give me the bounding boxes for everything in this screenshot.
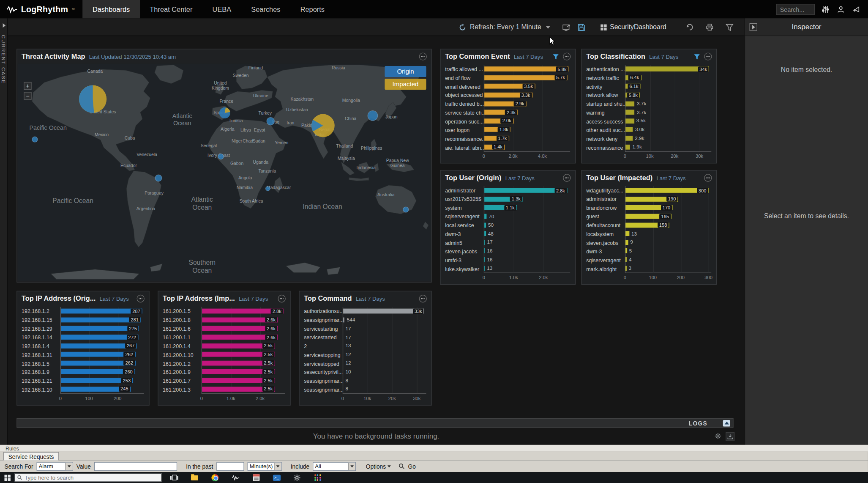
bar[interactable]: 281 [61,317,141,322]
bar[interactable] [484,266,485,271]
bar[interactable]: 1.7k [484,136,509,141]
refresh-interval-dropdown[interactable]: Refresh: Every 1 Minute [470,23,541,31]
bar[interactable] [625,248,627,253]
partial-tab-label[interactable]: Rules [5,445,19,451]
options-dropdown[interactable]: Options [366,463,391,469]
panel-menu-icon[interactable] [419,295,427,302]
tab-threat-center[interactable]: Threat Center [140,0,202,18]
powershell-icon[interactable]: >_ [266,472,287,483]
announcements-icon[interactable] [852,4,862,14]
bar[interactable]: 2.5k [202,361,275,366]
threat-marker-dot[interactable] [267,117,274,125]
tasks-settings-gear-icon[interactable] [715,431,721,442]
global-search-input[interactable] [776,4,815,15]
bar[interactable]: 272 [61,335,138,340]
bar[interactable]: 2.5k [202,387,275,392]
bar[interactable] [625,240,628,245]
bar[interactable]: 287 [61,309,142,314]
tab-reports[interactable]: Reports [290,0,335,18]
legend-origin-button[interactable]: Origin [385,66,426,77]
panel-menu-icon[interactable] [704,52,712,60]
bar[interactable]: 267 [61,343,137,349]
threat-marker-dot[interactable] [218,154,224,159]
panel-menu-icon[interactable] [563,174,570,181]
search-magnifier-icon[interactable] [399,463,404,469]
bar[interactable]: 2.5k [202,378,275,383]
logs-expand-button[interactable] [723,420,730,426]
bar[interactable]: 1.1k [484,205,517,210]
logrhythm-app-icon[interactable] [225,472,246,483]
panel-menu-icon[interactable] [563,52,570,60]
bar[interactable]: 1.8k [484,127,510,132]
value-input[interactable] [94,462,177,471]
panel-menu-icon[interactable] [278,295,286,302]
dashboard-name[interactable]: SecurityDashboard [610,23,666,31]
app-grid-icon[interactable] [307,472,328,483]
bar[interactable]: 165 [625,214,671,219]
bar[interactable] [484,231,486,236]
settings-gear-icon[interactable] [287,472,307,483]
tab-service-requests[interactable]: Service Requests [3,452,59,461]
bar[interactable]: 2.5k [202,369,275,374]
bar[interactable]: 6.1k [625,84,641,89]
bar[interactable]: 2.8k [202,309,284,314]
bar[interactable] [625,118,634,123]
bar[interactable] [625,144,630,149]
bar[interactable] [625,136,633,141]
bar[interactable]: 5.8k [625,93,640,98]
task-view-icon[interactable] [164,472,184,483]
time-amount-input[interactable] [216,462,244,471]
threat-marker-dot[interactable] [403,207,409,212]
bar[interactable] [484,240,485,245]
bar[interactable]: 34k [625,67,709,72]
bar[interactable] [625,110,635,115]
world-map[interactable]: Pacific OceanAtlanticOceanPacific OceanA… [18,64,431,282]
export-dashboard-icon[interactable] [562,22,572,32]
threat-marker-dot[interactable] [265,187,270,191]
app-icon[interactable] [246,472,266,483]
bar[interactable]: 3.5k [484,84,535,89]
bar[interactable]: 158 [625,222,669,228]
time-unit-select[interactable]: Minute(s) [248,462,282,471]
bar[interactable] [484,222,486,228]
user-icon[interactable] [836,4,846,14]
threat-marker-dot[interactable] [155,175,162,181]
print-icon[interactable] [705,22,715,32]
tab-ueba[interactable]: UEBA [202,0,241,18]
inspector-collapse-button[interactable] [750,23,757,30]
bar[interactable]: 2.6k [202,335,278,340]
filter-icon[interactable] [693,53,700,59]
reset-dashboard-icon[interactable] [685,22,695,32]
threat-marker-dot[interactable] [32,137,38,142]
bar[interactable]: 2.5k [202,343,275,349]
bar[interactable]: 245 [61,387,131,392]
bar[interactable]: 33k [343,309,424,314]
filter-icon[interactable] [725,22,735,32]
taskbar-search-input[interactable] [25,475,159,480]
bar[interactable]: 300 [625,188,708,193]
bar[interactable]: 1.4k [484,144,505,149]
bar[interactable]: 5.7k [484,75,567,80]
panel-menu-icon[interactable] [419,52,427,60]
filter-icon[interactable] [552,53,559,59]
tab-dashboards[interactable]: Dashboards [82,0,139,18]
bar[interactable] [484,214,486,219]
bar[interactable] [625,127,633,132]
include-select[interactable]: All [313,462,356,471]
bar[interactable]: 262 [61,352,135,357]
expand-case-panel-button[interactable] [0,22,7,29]
bar[interactable]: 275 [61,326,139,331]
bar[interactable]: 2.5k [202,352,275,357]
bar[interactable]: 2.3k [484,110,518,115]
bar[interactable]: 5.8k [484,67,569,72]
panel-subtitle[interactable]: Last Updated 12/30/2025 10:43 am [89,53,176,59]
bar[interactable]: 2.6k [202,317,278,322]
panel-menu-icon[interactable] [137,295,145,302]
logs-drawer-bar[interactable]: LOGS [16,418,733,428]
file-explorer-icon[interactable] [184,472,205,483]
go-button[interactable]: Go [408,463,416,469]
bar[interactable]: 3.3k [484,93,532,98]
save-dashboard-icon[interactable] [577,22,587,32]
map-zoom-out-button[interactable]: − [24,92,31,99]
map-zoom-in-button[interactable]: + [24,82,31,90]
